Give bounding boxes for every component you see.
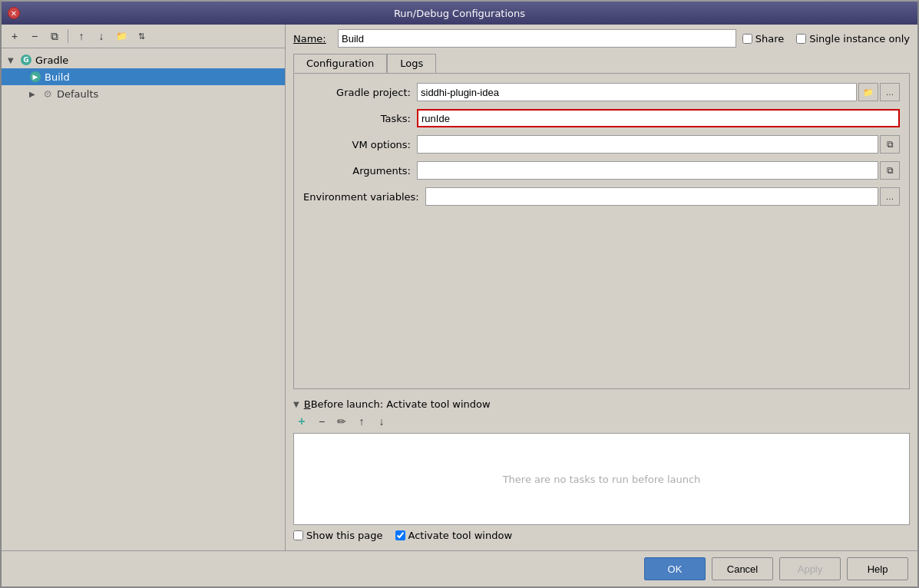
close-button[interactable]: ✕ xyxy=(8,7,20,19)
title-bar: ✕ Run/Debug Configurations xyxy=(2,2,917,25)
tasks-label: Tasks: xyxy=(303,113,411,124)
defaults-icon: ⚙ xyxy=(41,88,54,100)
env-vars-row: Environment variables: … xyxy=(303,187,900,206)
tasks-row: Tasks: xyxy=(303,109,900,127)
single-instance-label[interactable]: Single instance only xyxy=(796,33,910,45)
sort-button[interactable]: ⇅ xyxy=(133,28,150,45)
before-launch-add-button[interactable]: + xyxy=(293,413,310,430)
arguments-row: Arguments: ⧉ xyxy=(303,161,900,180)
arguments-browse-button[interactable]: ⧉ xyxy=(880,161,900,180)
tab-configuration-content: Gradle project: 📁 … Tasks: VM options: xyxy=(293,73,910,389)
copy-config-button[interactable]: ⧉ xyxy=(46,28,63,45)
arguments-input[interactable] xyxy=(417,161,878,180)
before-launch-title: BBefore launch: Activate tool window xyxy=(304,398,491,410)
gradle-icon: G xyxy=(20,54,32,66)
name-label: Name: xyxy=(293,33,332,45)
build-label: Build xyxy=(45,71,70,83)
right-panel: Name: Share Single instance only xyxy=(286,25,917,550)
apply-button[interactable]: Apply xyxy=(779,557,841,580)
env-vars-browse-button[interactable]: … xyxy=(880,187,900,206)
before-launch-edit-button[interactable]: ✏ xyxy=(333,413,350,430)
move-up-button[interactable]: ↑ xyxy=(73,28,90,45)
vm-options-input[interactable] xyxy=(417,135,878,154)
remove-config-button[interactable]: − xyxy=(26,28,43,45)
env-vars-field-group: … xyxy=(425,187,900,206)
separator xyxy=(68,29,68,43)
before-launch-header: ▼ BBefore launch: Activate tool window xyxy=(293,398,910,410)
footer: OK Cancel Apply Help xyxy=(2,550,917,586)
share-options: Share Single instance only xyxy=(742,33,910,45)
gradle-project-field-group: 📁 … xyxy=(417,83,900,101)
tree-item-defaults[interactable]: ▶ ⚙ Defaults xyxy=(2,85,285,102)
arguments-field-group: ⧉ xyxy=(417,161,900,180)
name-input[interactable] xyxy=(338,29,736,48)
name-row: Name: Share Single instance only xyxy=(293,29,910,48)
show-page-label[interactable]: Show this page xyxy=(293,530,383,541)
dialog-title: Run/Debug Configurations xyxy=(26,8,893,19)
activate-tool-window-checkbox[interactable] xyxy=(395,530,405,540)
tree-item-build[interactable]: ▶ Build xyxy=(2,68,285,85)
cancel-button[interactable]: Cancel xyxy=(712,557,773,580)
no-tasks-label: There are no tasks to run before launch xyxy=(503,474,701,485)
vm-options-row: VM options: ⧉ xyxy=(303,135,900,154)
activate-tool-window-label[interactable]: Activate tool window xyxy=(395,530,512,541)
run-debug-dialog: ✕ Run/Debug Configurations + − ⧉ ↑ ↓ 📁 ⇅… xyxy=(0,0,919,588)
gradle-project-input[interactable] xyxy=(417,83,857,101)
tab-configuration[interactable]: Configuration xyxy=(293,54,387,73)
vm-options-field-group: ⧉ xyxy=(417,135,900,154)
env-vars-label: Environment variables: xyxy=(303,191,419,203)
tasks-input[interactable] xyxy=(417,109,900,127)
collapse-arrow-icon[interactable]: ▼ xyxy=(293,400,299,408)
single-instance-checkbox[interactable] xyxy=(796,34,806,44)
move-down-button[interactable]: ↓ xyxy=(93,28,110,45)
gradle-project-browse-button[interactable]: 📁 xyxy=(858,83,878,101)
left-panel: + − ⧉ ↑ ↓ 📁 ⇅ ▼ G Gradle xyxy=(2,25,286,550)
gradle-project-more-button[interactable]: … xyxy=(880,83,900,101)
config-tree: ▼ G Gradle ▶ Build ▶ ⚙ xyxy=(2,48,285,550)
arguments-label: Arguments: xyxy=(303,165,411,177)
before-launch-section: ▼ BBefore launch: Activate tool window +… xyxy=(293,398,910,525)
expand-arrow: ▼ xyxy=(8,56,17,64)
before-launch-down-button[interactable]: ↓ xyxy=(373,413,390,430)
ok-button[interactable]: OK xyxy=(644,557,706,580)
main-content: + − ⧉ ↑ ↓ 📁 ⇅ ▼ G Gradle xyxy=(2,25,917,550)
build-gradle-icon: ▶ xyxy=(29,71,41,83)
tabs: Configuration Logs xyxy=(293,54,910,73)
before-launch-toolbar: + − ✏ ↑ ↓ xyxy=(293,413,910,430)
tree-item-gradle[interactable]: ▼ G Gradle xyxy=(2,51,285,68)
show-page-checkbox[interactable] xyxy=(293,530,303,540)
before-launch-up-button[interactable]: ↑ xyxy=(353,413,370,430)
share-checkbox[interactable] xyxy=(742,34,752,44)
env-vars-input[interactable] xyxy=(425,187,878,206)
tab-logs[interactable]: Logs xyxy=(387,54,436,73)
vm-options-label: VM options: xyxy=(303,139,411,150)
gradle-project-row: Gradle project: 📁 … xyxy=(303,83,900,101)
gradle-label: Gradle xyxy=(35,55,68,66)
left-toolbar: + − ⧉ ↑ ↓ 📁 ⇅ xyxy=(2,25,285,48)
before-launch-remove-button[interactable]: − xyxy=(313,413,330,430)
gradle-project-label: Gradle project: xyxy=(303,87,411,98)
defaults-arrow: ▶ xyxy=(29,90,38,98)
vm-options-browse-button[interactable]: ⧉ xyxy=(880,135,900,154)
add-config-button[interactable]: + xyxy=(6,28,23,45)
help-button[interactable]: Help xyxy=(847,557,908,580)
folder-button[interactable]: 📁 xyxy=(113,28,130,45)
before-launch-area: There are no tasks to run before launch xyxy=(293,433,910,525)
defaults-label: Defaults xyxy=(57,88,98,100)
share-label[interactable]: Share xyxy=(742,33,785,45)
bottom-options: Show this page Activate tool window xyxy=(293,525,910,546)
